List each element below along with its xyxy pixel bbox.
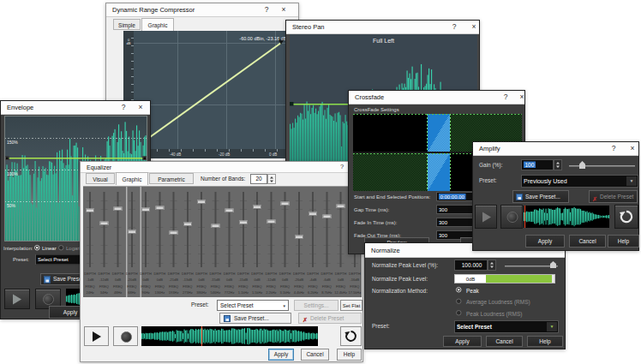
eq-slider-track[interactable] (243, 192, 244, 267)
gain-slider-handle[interactable] (579, 161, 585, 169)
titlebar[interactable]: Amplify ? × (473, 142, 638, 156)
eq-play-button[interactable] (84, 326, 109, 346)
envelope-play-button[interactable] (4, 289, 30, 309)
eq-slider-handle[interactable] (99, 222, 108, 226)
normalize-cancel-button[interactable]: Cancel (486, 336, 523, 347)
amplify-apply-button[interactable]: Apply (525, 235, 565, 248)
titlebar[interactable]: Dynamic Range Compressor ? × (106, 3, 298, 17)
amplify-preset-select[interactable]: Previously Used ▼ (521, 175, 638, 188)
close-button[interactable]: × (626, 144, 638, 152)
amplify-play-button[interactable] (475, 205, 497, 229)
radio-peak[interactable] (456, 287, 462, 293)
help-button[interactable]: ? (336, 163, 348, 170)
close-button[interactable]: × (516, 92, 528, 101)
eq-slider-handle[interactable] (281, 202, 290, 206)
radio-peak-loudness[interactable] (456, 310, 462, 316)
close-button[interactable]: × (135, 103, 147, 111)
eq-slider-handle[interactable] (225, 209, 234, 213)
titlebar[interactable]: Stereo Pan ? × (286, 21, 479, 34)
normalize-apply-button[interactable]: Apply (443, 336, 482, 347)
eq-record-button[interactable] (113, 326, 138, 346)
radio-linear[interactable] (34, 245, 40, 251)
envelope-preset-select[interactable]: Select Preset (35, 254, 81, 266)
eq-slider-track[interactable] (103, 192, 105, 267)
eq-slider-handle[interactable] (211, 224, 219, 229)
eq-slider-handle[interactable] (239, 221, 248, 225)
amplify-loop-button[interactable] (614, 205, 638, 229)
tab-graphic[interactable]: Graphic (141, 18, 174, 31)
radio-logarithmic[interactable] (58, 245, 64, 251)
eq-slider-handle[interactable] (337, 205, 345, 209)
eq-slider-track[interactable] (89, 192, 91, 267)
eq-slider-handle[interactable] (267, 220, 275, 224)
envelope-handle-left[interactable] (5, 157, 9, 161)
eq-loop-button[interactable] (340, 326, 362, 346)
close-button[interactable]: × (278, 5, 290, 14)
eq-slider-handle[interactable] (128, 230, 136, 235)
eq-slider-handle[interactable] (114, 207, 123, 212)
eq-preset-select[interactable]: Select Preset▼ (217, 300, 289, 311)
peak-pct-slider-track[interactable] (505, 266, 558, 267)
close-button[interactable]: × (468, 22, 480, 31)
eq-slider-track[interactable] (256, 192, 258, 267)
eq-settings-button[interactable]: Settings... (294, 300, 338, 311)
amplify-cancel-button[interactable]: Cancel (569, 235, 606, 248)
eq-slider-track[interactable] (340, 192, 342, 267)
eq-slider-handle[interactable] (295, 236, 303, 240)
eq-slider-handle[interactable] (322, 215, 331, 219)
eq-set-flat-button[interactable]: Set Flat (340, 300, 362, 311)
eq-slider-track[interactable] (145, 192, 147, 267)
number-of-bands-input[interactable]: 20 (250, 174, 267, 184)
help-button[interactable]: ? (261, 5, 273, 14)
help-button[interactable]: ? (448, 22, 460, 31)
eq-slider-track[interactable] (173, 192, 175, 267)
amplify-record-button[interactable] (500, 205, 523, 229)
eq-slider-track[interactable] (117, 192, 119, 267)
eq-slider-handle[interactable] (309, 212, 317, 217)
eq-slider-track[interactable] (187, 192, 189, 267)
eq-slider-track[interactable] (270, 192, 272, 267)
eq-slider-track[interactable] (312, 192, 314, 267)
peak-pct-spinner[interactable] (488, 260, 496, 271)
eq-apply-button[interactable]: Apply (268, 349, 294, 361)
peak-bar-handle[interactable] (552, 275, 554, 283)
compressor-plot[interactable]: -60.00 dBin, -23.16 dBout (134, 31, 297, 149)
eq-slider-track[interactable] (298, 192, 300, 267)
titlebar[interactable]: Envelope ? × (1, 101, 150, 115)
normalize-help-button[interactable]: Help (527, 336, 563, 347)
help-button[interactable]: ? (500, 92, 512, 101)
titlebar[interactable]: Crossfade ? × (349, 91, 524, 104)
tab-simple[interactable]: Simple (113, 19, 141, 30)
amplify-help-button[interactable]: Help (608, 235, 639, 248)
eq-slider-handle[interactable] (155, 206, 164, 211)
eq-cancel-button[interactable]: Cancel (301, 349, 329, 361)
envelope-line[interactable] (5, 158, 147, 159)
bands-spinner[interactable] (267, 174, 276, 184)
tab-visual[interactable]: Visual (86, 173, 115, 184)
tab-graphic[interactable]: Graphic (116, 172, 148, 185)
gain-spinner[interactable] (554, 159, 562, 170)
help-button[interactable]: ? (117, 103, 129, 111)
eq-slider-handle[interactable] (86, 209, 94, 213)
normalize-peak-bar[interactable]: 0dB (454, 274, 555, 283)
eq-slider-handle[interactable] (253, 206, 261, 210)
eq-slider-track[interactable] (214, 192, 216, 267)
amplify-save-preset-button[interactable]: Save Preset... (512, 190, 569, 203)
peak-pct-slider-handle[interactable] (550, 261, 556, 268)
eq-slider-track[interactable] (326, 192, 327, 267)
envelope-handle-right[interactable] (143, 157, 147, 161)
eq-slider-handle[interactable] (141, 208, 150, 212)
eq-slider-handle[interactable] (183, 223, 192, 227)
eq-slider-track[interactable] (159, 192, 160, 267)
tab-parametric[interactable]: Parametric (149, 173, 194, 184)
eq-slider-handle[interactable] (197, 200, 206, 205)
help-button[interactable]: ? (608, 144, 620, 152)
eq-slider-handle[interactable] (170, 231, 178, 236)
normalize-peak-pct-input[interactable]: 100.000 (454, 260, 488, 271)
pan-envelope-handle[interactable] (290, 102, 294, 106)
amplify-delete-preset-button[interactable]: ✗ Delete Preset (589, 190, 638, 203)
radio-average-loudness[interactable] (456, 299, 462, 305)
normalize-preset-select[interactable]: Select Preset ▼ (454, 320, 559, 333)
eq-slider-track[interactable] (229, 192, 231, 267)
gain-slider-track[interactable] (569, 165, 635, 167)
